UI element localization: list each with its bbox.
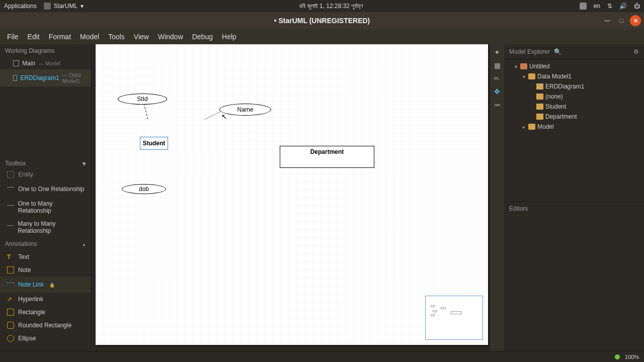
zoom-level[interactable]: 100% [625, 354, 639, 360]
screen-record-icon[interactable] [580, 3, 587, 10]
relation-icon [7, 187, 14, 194]
lock-icon [48, 281, 55, 288]
explorer-search-input[interactable] [566, 48, 629, 55]
window-title: • StarUML (UNREGISTERED) [274, 17, 370, 25]
maximize-button[interactable]: □ [616, 15, 627, 26]
note-link-icon [7, 283, 14, 290]
svg-line-0 [144, 104, 153, 120]
collapse-icon [82, 240, 86, 247]
status-ok-icon [615, 354, 620, 359]
menu-tools[interactable]: Tools [104, 31, 129, 43]
menu-window[interactable]: Window [154, 31, 187, 43]
rounded-rectangle-icon [7, 322, 14, 329]
tree-erd-diagram[interactable]: ERDDiagram1 [504, 81, 644, 92]
tool-one-to-one[interactable]: One to One Relationship [0, 181, 91, 197]
tool-rounded-rectangle[interactable]: Rounded Rectangle [0, 319, 91, 332]
expand-icon[interactable]: ▾ [513, 64, 518, 69]
menu-debug[interactable]: Debug [188, 31, 217, 43]
search-icon[interactable]: 🔍 [554, 48, 561, 55]
note-icon [7, 266, 14, 274]
left-panel: Working Diagrams Main — Model ERDDiagram… [0, 44, 92, 351]
cursor-position: ↖ [221, 113, 227, 121]
diagram-icon [13, 60, 19, 66]
tool-entity[interactable]: Entity [0, 170, 91, 181]
entity-icon [7, 171, 14, 178]
canvas-area[interactable]: StId Name dob Student Department ↖ [92, 44, 490, 351]
applications-menu[interactable]: Applications [4, 3, 37, 10]
diagram-icon [536, 83, 543, 89]
active-app-name: StarUML [54, 3, 77, 10]
expand-icon[interactable]: ▸ [521, 124, 526, 130]
settings-icon[interactable]: ⚙ [633, 48, 639, 55]
model-tree: ▾ Untitled ▾ Data Model1 ERDDiagram1 (no… [504, 59, 644, 134]
active-app-indicator[interactable]: StarUML ▾ [44, 3, 84, 10]
diagram-canvas[interactable]: StId Name dob Student Department ↖ [96, 44, 488, 345]
entity-icon [536, 94, 543, 100]
vtool-share-icon[interactable]: ⫘ [491, 99, 503, 111]
annotations-group-header[interactable]: Annotations [0, 237, 91, 250]
tree-data-model[interactable]: ▾ Data Model1 [504, 71, 644, 81]
hyperlink-icon: ⇗ [7, 296, 14, 303]
status-bar: 100% [0, 351, 644, 362]
minimap[interactable] [425, 296, 483, 340]
model-explorer-header: Model Explorer 🔍 ⚙ [504, 44, 644, 59]
menu-file[interactable]: File [3, 31, 23, 43]
tool-ellipse[interactable]: Ellipse [0, 332, 91, 345]
app-icon [44, 3, 51, 10]
project-icon [520, 63, 527, 69]
system-datetime[interactable]: রবি জুলাই 1, 12:28:32 পূর্বাহ্ণ [84, 3, 580, 10]
tree-project[interactable]: ▾ Untitled [504, 61, 644, 71]
svg-line-2 [164, 112, 220, 120]
system-bar: Applications StarUML ▾ রবি জুলাই 1, 12:2… [0, 0, 644, 12]
entity-icon [536, 104, 543, 110]
tree-model[interactable]: ▸ Model [504, 122, 644, 132]
network-icon[interactable]: ⇅ [607, 3, 612, 10]
tool-note-link[interactable]: Note Link [0, 277, 91, 293]
right-panel: Model Explorer 🔍 ⚙ ▾ Untitled ▾ Data Mod… [504, 44, 644, 351]
menu-view[interactable]: View [130, 31, 153, 43]
vtool-move-icon[interactable]: ✥ [491, 85, 503, 98]
menu-model[interactable]: Model [76, 31, 103, 43]
title-bar: • StarUML (UNREGISTERED) — □ ✕ [0, 12, 644, 29]
tool-rectangle[interactable]: Rectangle [0, 306, 91, 319]
language-indicator[interactable]: en [594, 3, 600, 10]
menu-format[interactable]: Format [45, 31, 75, 43]
vtool-extensions-icon[interactable]: ✦ [491, 46, 503, 58]
close-button[interactable]: ✕ [630, 15, 641, 26]
tree-student[interactable]: Student [504, 102, 644, 112]
working-diagram-erd[interactable]: ERDDiagram1 — Data Model1 [0, 69, 91, 86]
text-icon: T [7, 253, 14, 260]
volume-icon[interactable]: 🔊 [619, 3, 627, 10]
vertical-toolbar: ✦ ▦ M↓ ✥ ⫘ [490, 44, 504, 351]
tree-department[interactable]: Department [504, 112, 644, 122]
tool-hyperlink[interactable]: ⇗ Hyperlink [0, 293, 91, 306]
power-icon[interactable]: ⏻ [634, 3, 640, 10]
entity-student[interactable]: Student [140, 137, 168, 150]
menu-edit[interactable]: Edit [24, 31, 44, 43]
relation-icon [7, 205, 14, 212]
attribute-stid[interactable]: StId [118, 94, 167, 105]
working-diagrams-header: Working Diagrams [0, 44, 91, 57]
cursor-icon[interactable] [83, 160, 86, 167]
attribute-dob[interactable]: dob [122, 184, 166, 194]
ellipse-icon [7, 335, 14, 342]
entity-icon [536, 114, 543, 120]
vtool-grid-icon[interactable]: ▦ [491, 59, 503, 71]
relation-icon [7, 225, 14, 232]
working-diagram-main[interactable]: Main — Model [0, 57, 91, 69]
tree-none[interactable]: (none) [504, 92, 644, 102]
minimize-button[interactable]: — [602, 15, 613, 26]
tool-many-to-many[interactable]: Many to Many Relationship [0, 217, 91, 237]
model-icon [528, 124, 535, 130]
tool-text[interactable]: T Text [0, 250, 91, 263]
expand-icon[interactable]: ▾ [521, 74, 526, 79]
rectangle-icon [7, 309, 14, 316]
menu-help[interactable]: Help [218, 31, 240, 43]
diagram-icon [13, 75, 17, 81]
tool-one-to-many[interactable]: One to Many Relationship [0, 197, 91, 217]
vtool-markdown-icon[interactable]: M↓ [491, 72, 503, 84]
model-icon [528, 73, 535, 79]
menu-bar: File Edit Format Model Tools View Window… [0, 29, 644, 44]
entity-department[interactable]: Department [280, 146, 374, 168]
tool-note[interactable]: Note [0, 263, 91, 277]
